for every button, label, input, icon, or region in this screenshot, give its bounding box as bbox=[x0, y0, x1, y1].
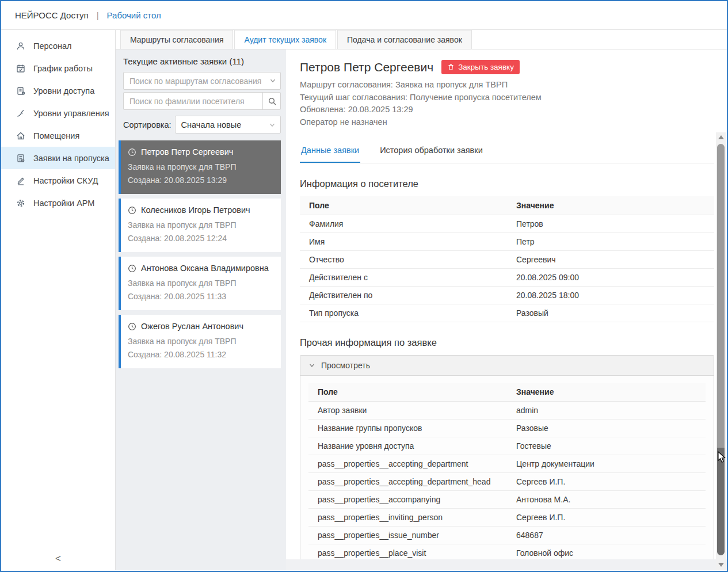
table-row: Действителен по 20.08.2025 18:00 bbox=[300, 287, 714, 304]
request-route: Заявка на пропуск для ТВРП bbox=[128, 335, 274, 348]
other-info-title: Прочая информация по заявке bbox=[300, 337, 714, 348]
tab-request-data[interactable]: Данные заявки bbox=[300, 141, 360, 163]
field-name-cell: Имя bbox=[300, 233, 507, 251]
request-created: Создана: 20.08.2025 12:24 bbox=[128, 232, 274, 245]
sidebar-item-pass-requests[interactable]: Заявки на пропуска bbox=[1, 147, 115, 169]
field-value-cell: admin bbox=[507, 402, 706, 420]
table-row: pass__properties__issue_number 648687 bbox=[308, 527, 706, 544]
sidebar-item-label: График работы bbox=[33, 64, 93, 73]
request-card[interactable]: Колесников Игорь Петрович Заявка на проп… bbox=[119, 199, 281, 252]
close-request-button[interactable]: Закрыть заявку bbox=[441, 60, 520, 74]
sidebar-item-access-levels[interactable]: Уровни доступа bbox=[1, 79, 115, 102]
detail-tabbar: Данные заявки История обработки заявки bbox=[300, 141, 714, 163]
clock-icon bbox=[128, 148, 136, 157]
sidebar-item-label: Настройки АРМ bbox=[33, 199, 94, 208]
field-name-cell: Тип пропуска bbox=[300, 304, 507, 322]
workspace-link[interactable]: Рабочий стол bbox=[107, 10, 161, 20]
request-created: Создана: 20.08.2025 13:29 bbox=[128, 174, 274, 187]
field-name-cell: pass__properties__accepting_department bbox=[308, 455, 507, 473]
visitor-info-title: Информация о посетителе bbox=[300, 178, 714, 189]
request-visitor-name: Ожегов Руслан Антонович bbox=[141, 322, 243, 331]
tab-approval-routes[interactable]: Маршруты согласования bbox=[120, 30, 233, 49]
field-value-cell: Сергеевич bbox=[507, 251, 714, 269]
search-button[interactable] bbox=[262, 92, 281, 110]
chevron-down-icon bbox=[268, 121, 276, 129]
field-value-cell: Сергеев И.П. bbox=[507, 473, 706, 491]
sort-select-value: Сначала новые bbox=[181, 120, 242, 129]
sort-select[interactable]: Сначала новые bbox=[175, 116, 281, 134]
person-icon bbox=[16, 41, 26, 51]
table-row: Тип пропуска Разовый bbox=[300, 304, 714, 322]
request-detail: Петров Петр Сергеевич Закрыть заявку Мар… bbox=[286, 49, 727, 570]
table-row: pass__properties__accompanying Антонова … bbox=[308, 491, 706, 509]
table-row: pass__properties__accepting_department_h… bbox=[308, 473, 706, 491]
column-header-field: Поле bbox=[308, 383, 507, 402]
request-card[interactable]: Антонова Оксана Владимировна Заявка на п… bbox=[119, 257, 281, 310]
field-value-cell: 20.08.2025 18:00 bbox=[507, 287, 714, 304]
table-row: Имя Петр bbox=[300, 233, 714, 251]
request-created: Создана: 20.08.2025 11:33 bbox=[128, 290, 274, 303]
sidebar-item-personnel[interactable]: Персонал bbox=[1, 35, 115, 57]
chevron-down-icon bbox=[308, 362, 315, 369]
name-search-input[interactable] bbox=[123, 92, 281, 110]
table-row: Фамилия Петров bbox=[300, 215, 714, 233]
main-tabbar: Маршруты согласования Аудит текущих заяв… bbox=[116, 30, 727, 49]
request-route: Заявка на пропуск для ТВРП bbox=[128, 277, 274, 290]
field-name-cell: Действителен по bbox=[300, 287, 507, 304]
other-info-collapse-panel: Просмотреть Поле Значение bbox=[300, 355, 714, 559]
field-value-cell: Петров bbox=[507, 215, 714, 233]
detail-step-line: Текущий шаг согласования: Получение проп… bbox=[300, 91, 714, 104]
field-value-cell: Головной офис bbox=[507, 544, 706, 560]
visitor-info-table: Поле Значение Фамилия Петров bbox=[300, 196, 714, 322]
sidebar-item-label: Уровни управления bbox=[33, 109, 109, 118]
field-name-cell: Название группы пропусков bbox=[308, 420, 507, 437]
trash-icon bbox=[447, 63, 455, 71]
route-filter-field bbox=[123, 72, 281, 90]
clock-icon bbox=[128, 264, 136, 273]
requests-list: Петров Петр Сергеевич Заявка на пропуск … bbox=[119, 140, 281, 368]
sidebar-collapse-button[interactable]: < bbox=[1, 553, 115, 565]
table-row: Действителен с 20.08.2025 09:00 bbox=[300, 269, 714, 287]
close-request-label: Закрыть заявку bbox=[458, 63, 514, 71]
sidebar-item-schedule[interactable]: График работы bbox=[1, 57, 115, 79]
field-value-cell: 20.08.2025 09:00 bbox=[507, 269, 714, 287]
sidebar-item-acs-settings[interactable]: Настройки СКУД bbox=[1, 169, 115, 192]
edit-icon bbox=[16, 176, 26, 186]
scroll-down-arrow-icon[interactable] bbox=[718, 563, 724, 567]
tab-request-history[interactable]: История обработки заявки bbox=[379, 141, 484, 163]
name-search-field bbox=[123, 92, 281, 110]
tab-audit-current-requests[interactable]: Аудит текущих заявок bbox=[234, 30, 336, 49]
sidebar-item-rooms[interactable]: Помещения bbox=[1, 124, 115, 147]
field-name-cell: Название уровня доступа bbox=[308, 437, 507, 455]
clock-icon bbox=[128, 206, 136, 215]
top-bar: НЕЙРОСС Доступ | Рабочий стол bbox=[1, 1, 727, 30]
sort-label: Сортировка: bbox=[123, 120, 171, 129]
scroll-up-arrow-icon[interactable] bbox=[718, 135, 724, 139]
sidebar-item-label: Уровни доступа bbox=[33, 86, 94, 96]
collapse-toggle[interactable]: Просмотреть bbox=[300, 356, 714, 376]
clock-icon bbox=[128, 322, 136, 331]
route-filter-select[interactable] bbox=[123, 72, 281, 90]
title-separator: | bbox=[97, 10, 99, 20]
request-card[interactable]: Петров Петр Сергеевич Заявка на пропуск … bbox=[119, 140, 281, 194]
field-name-cell: Отчество bbox=[300, 251, 507, 269]
sidebar-item-control-levels[interactable]: Уровни управления bbox=[1, 102, 115, 124]
app-title: НЕЙРОСС Доступ bbox=[15, 10, 89, 20]
field-value-cell: Сергеев И.П. bbox=[507, 509, 706, 527]
table-row: pass__properties__place_visit Головной о… bbox=[308, 544, 706, 560]
sidebar-item-label: Персонал bbox=[33, 41, 72, 51]
request-card[interactable]: Ожегов Руслан Антонович Заявка на пропус… bbox=[119, 315, 281, 368]
scrollbar-thumb[interactable] bbox=[717, 144, 725, 555]
column-header-value: Значение bbox=[507, 383, 706, 402]
sidebar-item-label: Заявки на пропуска bbox=[33, 154, 109, 163]
field-name-cell: pass__properties__place_visit bbox=[308, 544, 507, 560]
request-visitor-name: Колесников Игорь Петрович bbox=[141, 205, 250, 215]
sidebar-item-arm-settings[interactable]: Настройки АРМ bbox=[1, 192, 115, 214]
vertical-scrollbar[interactable] bbox=[716, 132, 726, 570]
tab-submit-approve-requests[interactable]: Подача и согласование заявок bbox=[337, 30, 472, 49]
field-value-cell: Разовый bbox=[507, 304, 714, 322]
field-value-cell: Центр документации bbox=[507, 455, 706, 473]
requests-panel-title: Текущие активные заявки (11) bbox=[123, 56, 281, 66]
field-name-cell: pass__properties__accepting_department_h… bbox=[308, 473, 507, 491]
sidebar-item-label: Помещения bbox=[33, 131, 79, 140]
